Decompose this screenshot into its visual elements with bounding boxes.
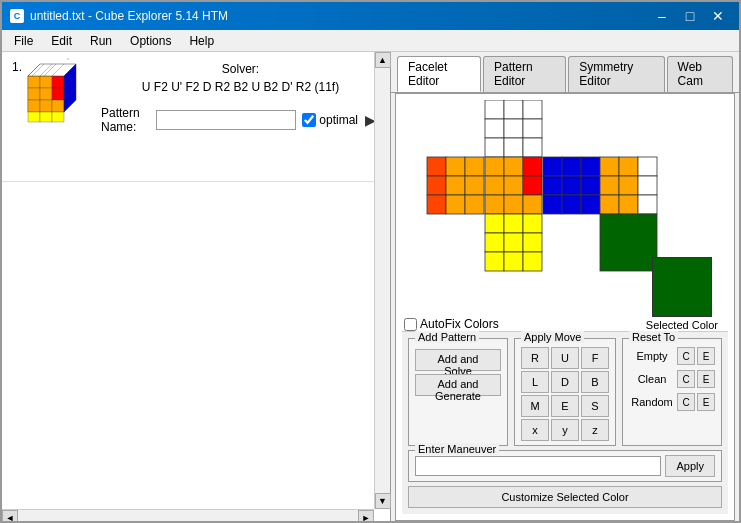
move-z-btn[interactable]: z bbox=[581, 419, 609, 441]
reset-empty-c-btn[interactable]: C bbox=[677, 347, 695, 365]
move-e-btn[interactable]: E bbox=[551, 395, 579, 417]
svg-rect-56 bbox=[543, 195, 562, 214]
svg-rect-27 bbox=[504, 119, 523, 138]
menu-options[interactable]: Options bbox=[122, 32, 179, 50]
controls-row1: Add Pattern Add and Solve Add and Genera… bbox=[408, 338, 722, 446]
cube-visual-area: AutoFix Colors Selected Color bbox=[402, 100, 728, 331]
scroll-track-horizontal[interactable] bbox=[18, 510, 358, 523]
svg-rect-26 bbox=[485, 119, 504, 138]
face-front bbox=[485, 157, 542, 214]
svg-rect-1 bbox=[28, 76, 40, 88]
face-top bbox=[485, 100, 542, 157]
bottom-controls: Add Pattern Add and Solve Add and Genera… bbox=[402, 331, 728, 514]
vertical-scrollbar[interactable]: ▲ ▼ bbox=[374, 52, 390, 509]
scroll-down-arrow[interactable]: ▼ bbox=[375, 493, 391, 509]
maneuver-group: Enter Maneuver Apply bbox=[408, 450, 722, 482]
scroll-track-vertical[interactable] bbox=[375, 68, 390, 493]
optimal-checkbox[interactable] bbox=[302, 113, 316, 127]
menu-help[interactable]: Help bbox=[181, 32, 222, 50]
svg-rect-57 bbox=[562, 195, 581, 214]
reset-random-c-btn[interactable]: C bbox=[677, 393, 695, 411]
svg-rect-32 bbox=[427, 157, 446, 176]
svg-rect-2 bbox=[40, 76, 52, 88]
face-bottom bbox=[485, 214, 542, 271]
svg-rect-7 bbox=[28, 100, 40, 112]
svg-rect-66 bbox=[619, 195, 638, 214]
svg-rect-34 bbox=[465, 157, 484, 176]
move-u-btn[interactable]: U bbox=[551, 347, 579, 369]
svg-rect-68 bbox=[485, 214, 504, 233]
svg-rect-64 bbox=[638, 176, 657, 195]
maneuver-input[interactable] bbox=[415, 456, 661, 476]
pattern-name-input[interactable] bbox=[156, 110, 296, 130]
horizontal-scrollbar[interactable]: ◄ ► bbox=[2, 509, 374, 523]
svg-rect-4 bbox=[28, 88, 40, 100]
tab-web-cam[interactable]: Web Cam bbox=[667, 56, 733, 92]
move-s-btn[interactable]: S bbox=[581, 395, 609, 417]
menu-file[interactable]: File bbox=[6, 32, 41, 50]
customize-selected-color-button[interactable]: Customize Selected Color bbox=[408, 486, 722, 508]
svg-rect-50 bbox=[543, 157, 562, 176]
svg-rect-62 bbox=[600, 176, 619, 195]
svg-rect-52 bbox=[581, 157, 600, 176]
scroll-right-arrow[interactable]: ► bbox=[358, 510, 374, 524]
maximize-button[interactable]: □ bbox=[677, 5, 703, 27]
move-b-btn[interactable]: B bbox=[581, 371, 609, 393]
reset-random-e-btn[interactable]: E bbox=[697, 393, 715, 411]
add-and-solve-button[interactable]: Add and Solve bbox=[415, 349, 501, 371]
svg-rect-35 bbox=[427, 176, 446, 195]
svg-rect-22 bbox=[52, 112, 64, 122]
svg-rect-71 bbox=[485, 233, 504, 252]
svg-rect-59 bbox=[600, 157, 619, 176]
svg-rect-31 bbox=[523, 138, 542, 157]
menu-edit[interactable]: Edit bbox=[43, 32, 80, 50]
add-and-generate-button[interactable]: Add and Generate bbox=[415, 374, 501, 396]
move-x-btn[interactable]: x bbox=[521, 419, 549, 441]
svg-rect-25 bbox=[523, 100, 542, 119]
reset-clean-c-btn[interactable]: C bbox=[677, 370, 695, 388]
svg-rect-24 bbox=[504, 100, 523, 119]
selected-color-swatch[interactable] bbox=[652, 257, 712, 317]
reset-random-label: Random bbox=[629, 396, 675, 408]
move-r-btn[interactable]: R bbox=[521, 347, 549, 369]
move-f-btn[interactable]: F bbox=[581, 347, 609, 369]
svg-rect-38 bbox=[427, 195, 446, 214]
svg-rect-41 bbox=[485, 157, 504, 176]
reset-empty-e-btn[interactable]: E bbox=[697, 347, 715, 365]
svg-rect-6 bbox=[52, 88, 64, 100]
svg-rect-8 bbox=[40, 100, 52, 112]
close-button[interactable]: ✕ bbox=[705, 5, 731, 27]
scroll-up-arrow[interactable]: ▲ bbox=[375, 52, 391, 68]
svg-rect-23 bbox=[485, 100, 504, 119]
app-icon: C bbox=[10, 9, 24, 23]
reset-empty-row: Empty C E bbox=[629, 347, 715, 365]
svg-rect-39 bbox=[446, 195, 465, 214]
move-m-btn[interactable]: M bbox=[521, 395, 549, 417]
svg-rect-65 bbox=[600, 195, 619, 214]
svg-rect-67 bbox=[638, 195, 657, 214]
right-panel: Facelet Editor Pattern Editor Symmetry E… bbox=[391, 52, 739, 523]
solver-moves: U F2 U' F2 D R2 B2 U B2 D' R2 (11f) bbox=[142, 80, 339, 94]
move-d-btn[interactable]: D bbox=[551, 371, 579, 393]
svg-rect-40 bbox=[465, 195, 484, 214]
facelet-editor-content: AutoFix Colors Selected Color Add Patter… bbox=[395, 93, 735, 521]
apply-button[interactable]: Apply bbox=[665, 455, 715, 477]
cube-thumbnail bbox=[26, 58, 91, 123]
tab-pattern-editor[interactable]: Pattern Editor bbox=[483, 56, 566, 92]
minimize-button[interactable]: – bbox=[649, 5, 675, 27]
autofix-row: AutoFix Colors bbox=[404, 317, 499, 331]
svg-rect-29 bbox=[485, 138, 504, 157]
move-y-btn[interactable]: y bbox=[551, 419, 579, 441]
menu-run[interactable]: Run bbox=[82, 32, 120, 50]
optimal-row: optimal ▶ bbox=[302, 111, 380, 129]
svg-rect-63 bbox=[619, 176, 638, 195]
title-bar: C untitled.txt - Cube Explorer 5.14 HTM … bbox=[2, 2, 739, 30]
scroll-left-arrow[interactable]: ◄ bbox=[2, 510, 18, 524]
autofix-checkbox[interactable] bbox=[404, 318, 417, 331]
reset-clean-e-btn[interactable]: E bbox=[697, 370, 715, 388]
tab-facelet-editor[interactable]: Facelet Editor bbox=[397, 56, 481, 92]
svg-rect-69 bbox=[504, 214, 523, 233]
move-l-btn[interactable]: L bbox=[521, 371, 549, 393]
face-left bbox=[427, 157, 484, 214]
tab-symmetry-editor[interactable]: Symmetry Editor bbox=[568, 56, 664, 92]
